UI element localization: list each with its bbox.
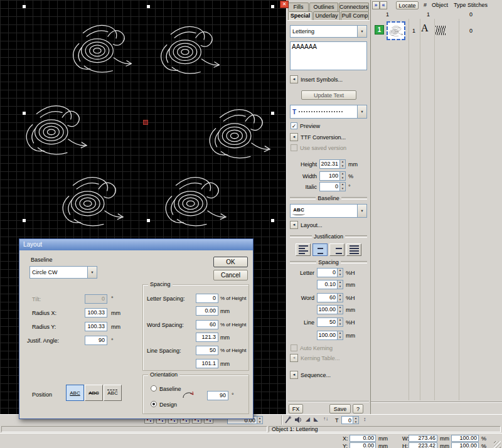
h-percent-field[interactable]: 100.00 (451, 442, 479, 448)
object-thumbnail[interactable] (387, 21, 405, 40)
sequence-label[interactable]: Sequence... (301, 372, 331, 378)
selection-handle[interactable] (271, 219, 274, 222)
update-text-button[interactable]: Update Text (301, 90, 356, 100)
chevron-down-icon[interactable] (357, 105, 366, 118)
slow-speed-icon[interactable]: ◢ (306, 416, 310, 422)
layout-label[interactable]: Layout... (301, 222, 323, 228)
letter-spacing-pct-field[interactable]: 0 (196, 294, 218, 303)
spinner[interactable] (257, 417, 262, 424)
italic-field[interactable]: 0 (319, 182, 346, 191)
baseline-select[interactable]: ABC (290, 204, 367, 218)
ok-button[interactable]: OK (213, 257, 248, 267)
word-spacing-mm-field[interactable]: 121.3 (196, 333, 218, 342)
orientation-angle-field[interactable]: 90 (207, 391, 228, 400)
embroidery-motif[interactable] (67, 19, 137, 78)
w-percent-field[interactable]: 100.00 (451, 435, 479, 442)
lettering-text-input[interactable]: AAAAAA (290, 41, 367, 70)
tab-outlines[interactable]: Outlines (309, 3, 338, 11)
justify-right-button[interactable] (329, 243, 344, 256)
layout-expand-icon[interactable]: ◄ (290, 221, 298, 229)
spinner[interactable] (353, 417, 358, 424)
word-spacing-pct-field[interactable]: 60 (196, 320, 218, 329)
letter-spacing-pct-field[interactable]: 0 (317, 268, 343, 277)
resize-grip[interactable] (494, 441, 501, 448)
chevron-down-icon[interactable] (357, 26, 366, 37)
speaker-icon[interactable] (294, 416, 302, 424)
height-field[interactable]: 202.31 (319, 159, 346, 169)
object-row[interactable]: 1 1 A 0 (371, 19, 502, 43)
help-button[interactable]: ? (353, 404, 363, 413)
fx-button[interactable]: FX (289, 404, 303, 413)
needle-icon[interactable] (284, 416, 292, 424)
selection-handle[interactable] (147, 5, 150, 8)
spinner[interactable] (339, 172, 345, 180)
embroidery-motif[interactable] (202, 103, 276, 164)
insert-symbols-expand-icon[interactable]: ◄ (290, 75, 298, 83)
position-baseline-below-button[interactable]: ABC (66, 385, 84, 401)
h-field[interactable]: 223.42 (409, 442, 437, 448)
cancel-button[interactable]: Cancel (213, 270, 248, 280)
spinner[interactable] (337, 331, 343, 339)
justify-center-button[interactable] (312, 243, 328, 256)
chevron-down-icon[interactable] (357, 205, 366, 217)
line-spacing-pct-field[interactable]: 50 (317, 317, 343, 327)
embroidery-motif[interactable] (154, 20, 225, 79)
spinner[interactable] (337, 269, 343, 277)
radius-y-field[interactable]: 100.33 (85, 322, 107, 331)
ttf-conversion-expand-icon[interactable]: ◄ (290, 133, 298, 141)
embroidery-motif[interactable] (158, 171, 232, 232)
baseline-select[interactable]: Circle CW (29, 266, 97, 279)
position-baseline-middle-button[interactable]: ABC (85, 385, 103, 401)
step-arrows-icon[interactable]: ↑↓ (323, 416, 328, 422)
locate-button[interactable]: Locate (396, 1, 419, 9)
scroll-arrows-icon[interactable]: ↕ (363, 416, 366, 422)
position-baseline-above-button[interactable]: ABC (104, 385, 122, 401)
font-select[interactable]: T (290, 105, 367, 119)
spinner[interactable] (339, 160, 345, 168)
radius-x-field[interactable]: 100.33 (85, 308, 107, 317)
w-field[interactable]: 273.46 (409, 435, 437, 442)
selection-handle[interactable] (271, 112, 274, 115)
tab-underlay[interactable]: Underlay (313, 11, 340, 20)
spinner[interactable] (337, 318, 343, 326)
embroidery-motif[interactable] (55, 171, 129, 232)
dialog-titlebar[interactable]: Layout (19, 239, 253, 250)
justif-angle-field[interactable]: 90 (85, 336, 107, 345)
spinner[interactable] (337, 280, 343, 289)
travel-count-field[interactable]: 0 (341, 416, 359, 424)
rotation-center-marker[interactable] (143, 120, 148, 125)
spinner[interactable] (337, 306, 343, 314)
spinner[interactable] (337, 294, 343, 302)
word-spacing-mm-field[interactable]: 100.00 (317, 305, 343, 314)
insert-symbols-label[interactable]: Insert Symbols... (301, 77, 343, 83)
baseline-radio-label[interactable]: Baseline (159, 386, 181, 392)
sequence-expand-icon[interactable]: ◄ (290, 371, 298, 379)
letter-spacing-mm-field[interactable]: 0.10 (317, 280, 343, 289)
tab-pull-comp[interactable]: Pull Comp (341, 11, 369, 20)
width-field[interactable]: 100 (319, 171, 346, 181)
y-field[interactable]: 0.00 (350, 442, 376, 448)
object-mode-select[interactable]: Lettering (290, 25, 367, 38)
embroidery-motif[interactable] (19, 99, 93, 160)
word-spacing-pct-field[interactable]: 60 (317, 293, 343, 302)
fast-speed-icon[interactable]: ◣ (314, 416, 318, 422)
ttf-conversion-label[interactable]: TTF Conversion... (301, 134, 346, 141)
tab-special[interactable]: Special (288, 11, 312, 20)
letter-spacing-mm-field[interactable]: 0.00 (196, 306, 218, 316)
save-button[interactable]: Save (329, 404, 351, 413)
design-radio[interactable] (151, 401, 157, 407)
selection-handle[interactable] (23, 219, 26, 222)
justify-left-button[interactable] (296, 243, 311, 256)
close-icon[interactable]: ✕ (280, 1, 289, 8)
selection-handle[interactable] (23, 5, 26, 8)
selection-handle[interactable] (147, 219, 150, 222)
tab-connectors[interactable]: Connectors (339, 3, 369, 11)
baseline-radio[interactable] (151, 385, 157, 392)
expand-icon[interactable]: « (380, 1, 387, 9)
spinner[interactable] (339, 183, 345, 191)
collapse-icon[interactable]: » (372, 1, 380, 9)
design-radio-label[interactable]: Design (159, 402, 177, 408)
selection-handle[interactable] (271, 5, 274, 8)
tab-fills[interactable]: Fills (288, 3, 309, 11)
line-spacing-pct-field[interactable]: 50 (196, 346, 218, 355)
